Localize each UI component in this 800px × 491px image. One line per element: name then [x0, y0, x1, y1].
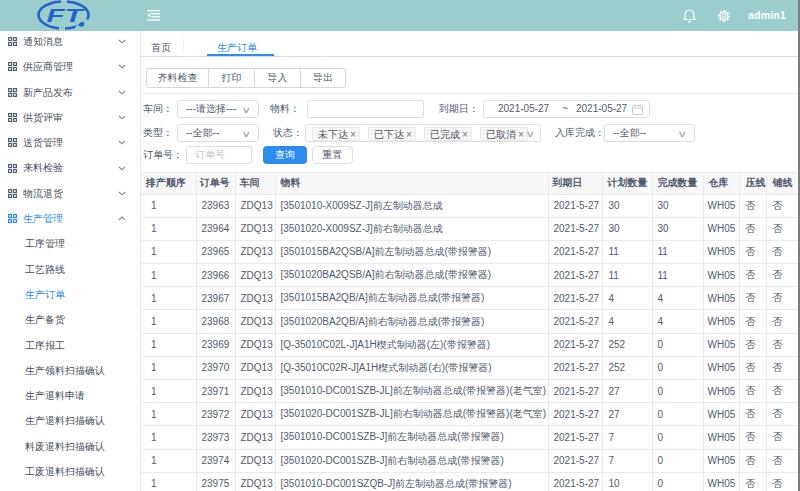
- svg-text:FT: FT: [47, 5, 85, 26]
